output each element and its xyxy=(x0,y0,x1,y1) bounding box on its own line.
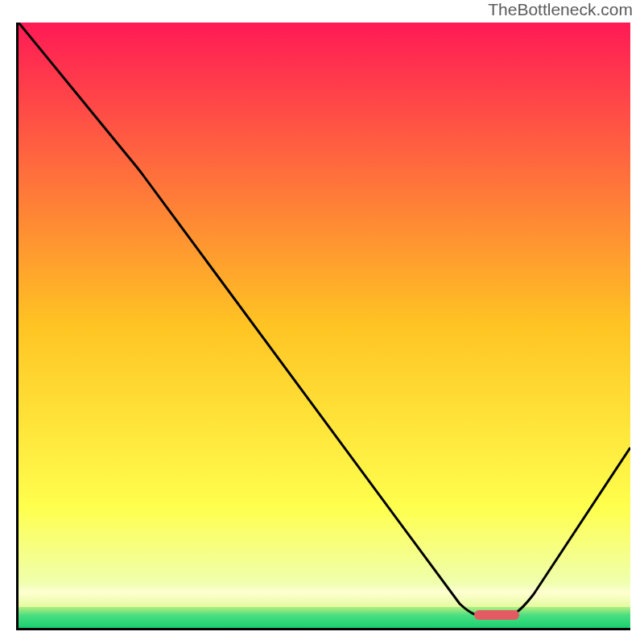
plot-area xyxy=(16,23,630,630)
chart-svg xyxy=(19,23,630,628)
bottleneck-curve xyxy=(19,23,630,617)
brand-label: TheBottleneck.com xyxy=(488,0,633,19)
optimal-marker xyxy=(474,610,519,620)
chart-container: TheBottleneck.com xyxy=(0,0,644,644)
